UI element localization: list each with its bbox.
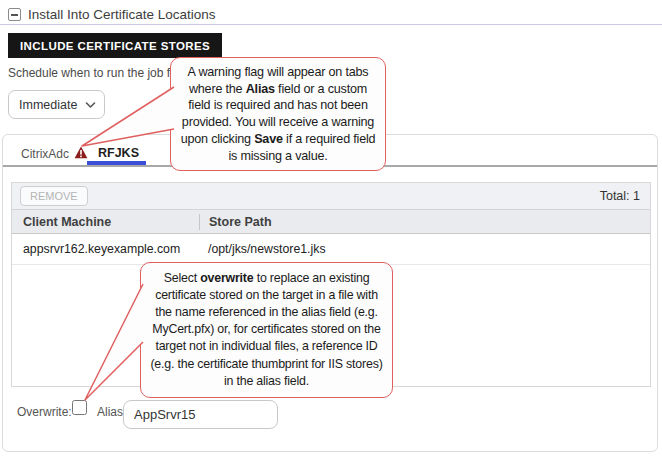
table-row[interactable]: appsrvr162.keyexample.com /opt/jks/newst…	[12, 234, 650, 265]
overwrite-help-callout: Select overwrite to replace an existing …	[140, 262, 393, 398]
schedule-dropdown-value: Immediate	[19, 98, 85, 112]
warning-flag-callout: A warning flag will appear on tabs where…	[170, 57, 386, 171]
schedule-label: Schedule when to run the job for th	[8, 66, 194, 80]
overwrite-label: Overwrite:	[17, 405, 72, 419]
grid-total-count: Total: 1	[600, 189, 640, 203]
cell-client-machine: appsrvr162.keyexample.com	[12, 242, 199, 256]
alias-label: Alias:	[97, 405, 126, 419]
install-certificate-locations-page: Install Into Certificate Locations INCLU…	[0, 0, 662, 457]
title-divider	[0, 24, 662, 25]
section-title: Install Into Certificate Locations	[28, 7, 216, 22]
tab-rfjks[interactable]: RFJKS	[98, 146, 139, 160]
grid-header-row: Client Machine Store Path	[12, 210, 650, 234]
tab-rfjks-label: RFJKS	[98, 146, 139, 160]
section-header: Install Into Certificate Locations	[8, 7, 216, 22]
alias-input[interactable]	[123, 400, 278, 429]
tab-citrixadc-label: CitrixAdc	[21, 147, 69, 161]
remove-button[interactable]: REMOVE	[20, 186, 88, 206]
tab-citrixadc[interactable]: CitrixAdc	[21, 146, 88, 162]
column-header-store-path[interactable]: Store Path	[199, 214, 650, 230]
schedule-dropdown[interactable]: Immediate	[8, 90, 105, 119]
column-header-client-machine[interactable]: Client Machine	[12, 215, 199, 229]
warning-triangle-icon	[74, 146, 88, 162]
active-tab-underline	[87, 161, 146, 165]
collapse-section-icon[interactable]	[8, 8, 21, 21]
cell-store-path: /opt/jks/newstore1.jks	[199, 242, 650, 256]
grid-toolbar: REMOVE Total: 1	[12, 183, 650, 210]
overwrite-checkbox[interactable]	[72, 400, 87, 415]
include-certificate-stores-button[interactable]: INCLUDE CERTIFICATE STORES	[8, 33, 222, 58]
chevron-down-icon	[85, 98, 96, 112]
